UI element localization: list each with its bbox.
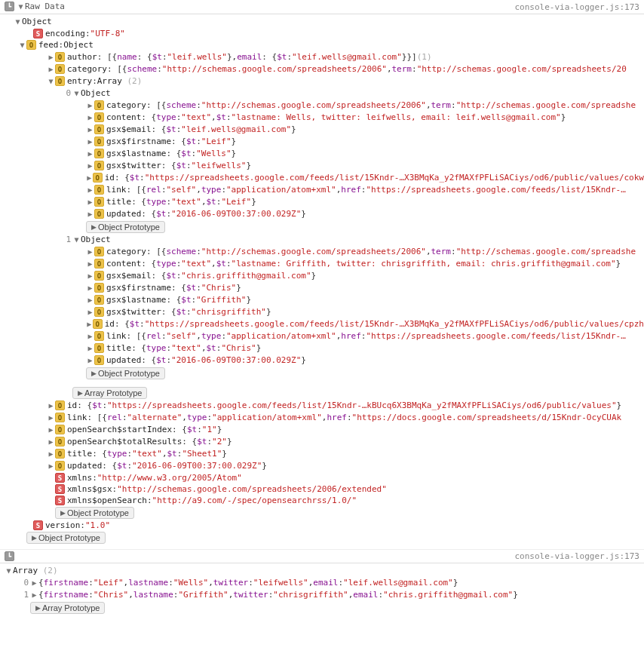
e0-gsxtw-key: gsx$twitter bbox=[106, 161, 161, 170]
arr-k-lastname: lastname bbox=[133, 590, 173, 600]
author-twisty[interactable] bbox=[47, 52, 55, 63]
object-icon: O bbox=[94, 197, 104, 207]
e0-category-scheme: "http://schemas.google.com/spreadsheets/… bbox=[201, 100, 426, 110]
e1-title-twisty[interactable] bbox=[86, 343, 94, 354]
feed-updated-t: "2016-06-09T00:37:00.029Z" bbox=[132, 461, 262, 471]
feed-category-twisty[interactable] bbox=[47, 64, 55, 75]
e0-gsxfirst-twisty[interactable] bbox=[86, 137, 94, 147]
feed-link-twisty[interactable] bbox=[47, 413, 55, 423]
xmlnsgsx-v: "http://schemas.google.com/spreadsheets/… bbox=[117, 484, 387, 494]
e1-gsxemail-twisty[interactable] bbox=[86, 271, 94, 281]
e0-link-twisty[interactable] bbox=[86, 185, 94, 195]
object-root-label: Object bbox=[22, 17, 52, 26]
version-v: "1.0" bbox=[85, 520, 110, 530]
e1-title-type: "text" bbox=[171, 343, 201, 353]
e1-updated-key: updated bbox=[106, 355, 141, 365]
entry-1-index: 1 bbox=[60, 235, 71, 244]
array-count: (2) bbox=[43, 566, 58, 575]
feed-proto-button[interactable]: ▶Object Prototype bbox=[55, 507, 134, 519]
string-icon: S bbox=[55, 496, 65, 505]
object-icon: O bbox=[94, 247, 104, 256]
arr-1-email: "chris.griffith@gmail.com" bbox=[383, 590, 513, 600]
e1-content-t: "lastname: Griffith, twitter: chrisgriff… bbox=[232, 259, 616, 269]
e1-gsxtw-twisty[interactable] bbox=[86, 307, 94, 318]
array-proto-button[interactable]: ▶Array Prototype bbox=[30, 602, 105, 614]
object-root-twisty[interactable] bbox=[14, 17, 22, 27]
root-proto-button[interactable]: ▶Object Prototype bbox=[26, 532, 106, 544]
e1-id-twisty[interactable] bbox=[86, 319, 93, 330]
feed-twisty[interactable] bbox=[18, 40, 26, 51]
e1-category-scheme: "http://schemas.google.com/spreadsheets/… bbox=[201, 247, 426, 256]
proto-label: Object Prototype bbox=[38, 533, 100, 542]
arr-0-twisty[interactable] bbox=[30, 578, 38, 588]
e0-gsxemail-twisty[interactable] bbox=[86, 124, 94, 135]
e1-gsxfirst-t: "Chris" bbox=[201, 283, 236, 293]
e1-link-twisty[interactable] bbox=[86, 331, 94, 342]
entry-0-twisty[interactable] bbox=[72, 88, 81, 99]
e1-gsxlast-twisty[interactable] bbox=[86, 295, 94, 305]
object-icon: O bbox=[55, 52, 65, 62]
object-icon: O bbox=[94, 307, 104, 317]
object-icon: O bbox=[55, 64, 65, 74]
e0-gsxtw-t: "leifwells" bbox=[192, 161, 247, 170]
entry-array-proto-button[interactable]: ▶Array Prototype bbox=[72, 387, 147, 399]
object-icon: O bbox=[55, 425, 65, 434]
e0-category-twisty[interactable] bbox=[86, 100, 94, 111]
e1-category-key: category bbox=[106, 247, 146, 256]
object-icon: O bbox=[94, 331, 104, 341]
raw-data-twisty[interactable] bbox=[17, 2, 25, 12]
string-icon: S bbox=[55, 473, 65, 483]
e0-content-t: "lastname: Wells, twitter: leifwells, em… bbox=[232, 112, 561, 122]
e0-gsxfirst-key: gsx$firstname bbox=[106, 137, 171, 146]
e1-updated-twisty[interactable] bbox=[86, 355, 94, 366]
entry-1-twisty[interactable] bbox=[72, 235, 81, 245]
e1-content-twisty[interactable] bbox=[86, 259, 94, 269]
object-icon: O bbox=[26, 40, 36, 50]
e1-gsxfirst-key: gsx$firstname bbox=[106, 283, 171, 293]
e0-proto-button[interactable]: ▶Object Prototype bbox=[86, 221, 165, 233]
feed-updated-key: updated bbox=[67, 461, 102, 471]
e0-id-twisty[interactable] bbox=[86, 173, 93, 183]
version-key: version bbox=[45, 520, 80, 530]
object-icon: O bbox=[94, 137, 104, 146]
e0-gsxlast-twisty[interactable] bbox=[86, 149, 94, 159]
feed-id-t: "https://spreadsheets.google.com/feeds/l… bbox=[107, 400, 617, 410]
feed-type: Object bbox=[63, 40, 94, 50]
feed-title-twisty[interactable] bbox=[47, 449, 55, 459]
e0-title-twisty[interactable] bbox=[86, 197, 94, 207]
totalresults-twisty[interactable] bbox=[47, 437, 55, 447]
e1-category-twisty[interactable] bbox=[86, 247, 94, 257]
feed-id-twisty[interactable] bbox=[47, 400, 55, 411]
xmlns-key: xmlns bbox=[67, 473, 92, 483]
source-link-2[interactable]: console-via-logger.js:173 bbox=[514, 551, 639, 561]
feed-updated-twisty[interactable] bbox=[47, 461, 55, 471]
e1-id-t: "https://spreadsheets.google.com/feeds/l… bbox=[145, 319, 644, 329]
log-level-icon: ┗ bbox=[5, 2, 14, 11]
arr-1-lastname: "Griffith" bbox=[178, 590, 228, 600]
arr-0-idx: 0 bbox=[18, 578, 29, 588]
object-icon: O bbox=[94, 355, 104, 365]
object-icon: O bbox=[94, 100, 104, 110]
e1-gsxfirst-twisty[interactable] bbox=[86, 283, 94, 293]
e0-link-key: link bbox=[106, 185, 127, 195]
arr-1-twisty[interactable] bbox=[30, 590, 38, 600]
feed-link-rel: "alternate" bbox=[127, 413, 182, 422]
e0-gsxemail-t: "leif.wells@gmail.com" bbox=[181, 124, 291, 134]
source-link-1[interactable]: console-via-logger.js:173 bbox=[514, 2, 639, 12]
array-root-twisty[interactable] bbox=[5, 566, 13, 576]
e1-content-type: "text" bbox=[181, 259, 211, 269]
entry-twisty[interactable] bbox=[47, 76, 55, 87]
feed-title-type: "text" bbox=[132, 449, 162, 459]
object-icon: O bbox=[94, 271, 104, 281]
log-level-icon: ┗ bbox=[5, 551, 14, 561]
e0-gsxtw-twisty[interactable] bbox=[86, 161, 94, 171]
startindex-twisty[interactable] bbox=[47, 425, 55, 435]
e1-proto-button[interactable]: ▶Object Prototype bbox=[86, 367, 165, 379]
e0-content-type: "text" bbox=[181, 112, 211, 122]
e0-updated-twisty[interactable] bbox=[86, 209, 94, 219]
object-icon: O bbox=[94, 343, 104, 353]
object-icon: O bbox=[55, 400, 65, 410]
arr-k-firstname: firstname bbox=[44, 578, 89, 588]
e0-content-twisty[interactable] bbox=[86, 112, 94, 123]
e0-category-key: category bbox=[106, 100, 146, 110]
